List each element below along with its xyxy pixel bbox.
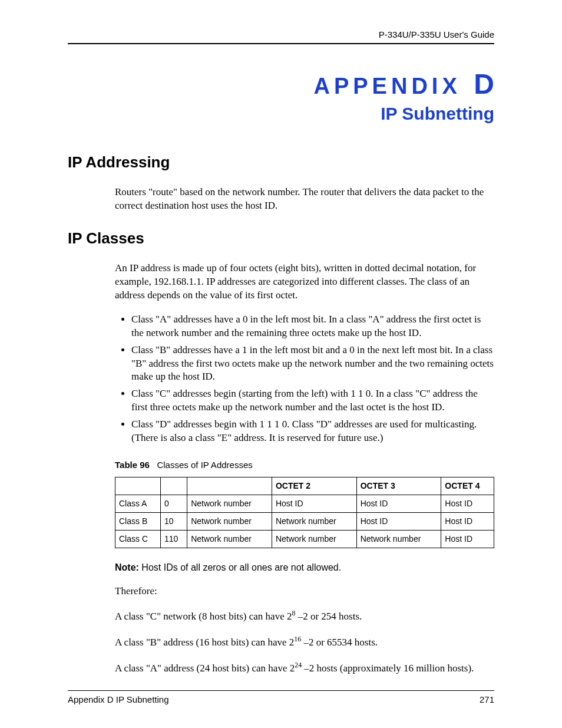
calc-class-c: A class "C" network (8 host bits) can ha…: [115, 608, 494, 624]
ip-classes-bullets: Class "A" addresses have a 0 in the left…: [115, 313, 494, 445]
table-number: Table 96: [115, 460, 150, 470]
calc-a-exp: 24: [295, 661, 302, 669]
table-row: Class C 110 Network number Network numbe…: [115, 531, 494, 548]
header-guide-name: P-334U/P-335U User's Guide: [68, 29, 494, 39]
table-row: Class A 0 Network number Host ID Host ID…: [115, 495, 494, 513]
page: P-334U/P-335U User's Guide APPENDIX D IP…: [0, 0, 562, 728]
th-4: OCTET 3: [356, 477, 441, 495]
td: Host ID: [441, 513, 494, 531]
bullet-class-b: Class "B" addresses have a 1 in the left…: [131, 344, 494, 384]
td: Class B: [115, 513, 161, 531]
th-5: OCTET 4: [441, 477, 494, 495]
th-3: OCTET 2: [272, 477, 356, 495]
td: Network number: [187, 531, 272, 548]
th-2: [187, 477, 272, 495]
header-rule: [68, 43, 494, 44]
heading-ip-classes: IP Classes: [68, 229, 494, 248]
bullet-class-d: Class "D" addresses begin with 1 1 1 0. …: [131, 418, 494, 445]
bullet-class-a: Class "A" addresses have a 0 in the left…: [131, 313, 494, 340]
footer: Appendix D IP Subnetting 271: [68, 690, 494, 704]
calc-b-pre: A class "B" address (16 host bits) can h…: [115, 637, 294, 648]
td: Class A: [115, 495, 161, 513]
note: Note: Host IDs of all zeros or all ones …: [115, 561, 494, 574]
td: Network number: [272, 513, 356, 531]
footer-page-number: 271: [480, 694, 494, 704]
bullet-class-c: Class "C" addresses begin (starting from…: [131, 387, 494, 414]
calc-a-pre: A class "A" address (24 host bits) can h…: [115, 662, 295, 673]
th-0: [115, 477, 161, 495]
ip-classes-body: An IP address is made up of four octets …: [115, 262, 494, 675]
appendix-prefix: APPENDIX: [313, 74, 461, 98]
th-1: [161, 477, 187, 495]
note-text: Host IDs of all zeros or all ones are no…: [141, 562, 341, 572]
td: 110: [161, 531, 187, 548]
ip-classes-table: OCTET 2 OCTET 3 OCTET 4 Class A 0 Networ…: [115, 477, 494, 548]
calc-class-b: A class "B" address (16 host bits) can h…: [115, 634, 494, 650]
td: 10: [161, 513, 187, 531]
td: Host ID: [441, 531, 494, 548]
td: Host ID: [441, 495, 494, 513]
td: Host ID: [272, 495, 356, 513]
appendix-label: APPENDIX D: [68, 68, 494, 100]
appendix-letter: D: [474, 68, 494, 100]
note-label: Note:: [115, 562, 139, 572]
td: 0: [161, 495, 187, 513]
td: Class C: [115, 531, 161, 548]
td: Network number: [187, 495, 272, 513]
table-title: Classes of IP Addresses: [157, 460, 252, 470]
calc-b-exp: 16: [294, 635, 301, 643]
ip-addressing-body: Routers "route" based on the network num…: [115, 186, 494, 213]
appendix-subtitle: IP Subnetting: [68, 104, 494, 124]
calc-c-pre: A class "C" network (8 host bits) can ha…: [115, 611, 292, 622]
td: Network number: [272, 531, 356, 548]
footer-left: Appendix D IP Subnetting: [68, 694, 169, 704]
td: Host ID: [356, 513, 441, 531]
calc-b-post: –2 or 65534 hosts.: [301, 637, 378, 648]
therefore: Therefore:: [115, 585, 494, 598]
td: Network number: [187, 513, 272, 531]
ip-addressing-para1: Routers "route" based on the network num…: [115, 186, 494, 213]
td: Network number: [356, 531, 441, 548]
td: Host ID: [356, 495, 441, 513]
ip-classes-para1: An IP address is made up of four octets …: [115, 262, 494, 302]
calc-class-a: A class "A" address (24 host bits) can h…: [115, 660, 494, 676]
table-header-row: OCTET 2 OCTET 3 OCTET 4: [115, 477, 494, 495]
calc-c-post: –2 or 254 hosts.: [295, 611, 362, 622]
calc-a-post: –2 hosts (approximately 16 million hosts…: [302, 662, 474, 673]
table-caption: Table 96 Classes of IP Addresses: [115, 459, 494, 471]
heading-ip-addressing: IP Addressing: [68, 153, 494, 172]
table-row: Class B 10 Network number Network number…: [115, 513, 494, 531]
